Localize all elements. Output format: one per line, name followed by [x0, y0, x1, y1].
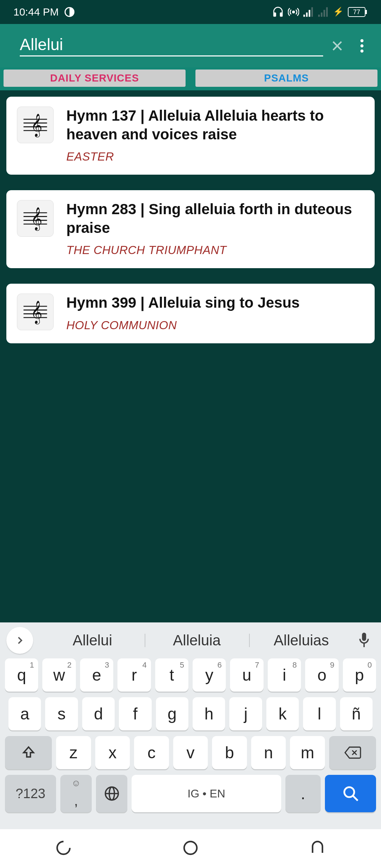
svg-rect-4 [303, 15, 305, 17]
key-r[interactable]: r4 [117, 658, 151, 692]
hotspot-icon [288, 6, 299, 18]
comma-emoji-key[interactable]: ☺ , [60, 775, 92, 812]
symbols-key[interactable]: ?123 [5, 775, 56, 812]
key-d[interactable]: d [82, 697, 115, 730]
key-ñ[interactable]: ñ [340, 697, 373, 730]
status-time: 10:44 PM [13, 6, 59, 18]
key-l[interactable]: l [303, 697, 335, 730]
key-k[interactable]: k [266, 697, 299, 730]
key-t[interactable]: t5 [155, 658, 188, 692]
svg-rect-6 [309, 10, 310, 17]
svg-rect-9 [321, 13, 323, 17]
headphones-icon [272, 6, 284, 18]
key-v[interactable]: v [173, 736, 208, 769]
key-g[interactable]: g [156, 697, 188, 730]
key-x[interactable]: x [95, 736, 130, 769]
music-score-icon: 𝄞 [17, 294, 54, 330]
svg-point-16 [361, 44, 364, 47]
key-j[interactable]: j [229, 697, 262, 730]
svg-rect-8 [318, 15, 320, 17]
svg-point-17 [361, 49, 364, 53]
result-item[interactable]: 𝄞 Hymn 137 | Alleluia Alleluia hearts to… [6, 97, 375, 175]
close-icon [330, 39, 344, 53]
key-c[interactable]: c [134, 736, 169, 769]
key-n[interactable]: n [251, 736, 286, 769]
more-options-button[interactable] [351, 32, 373, 60]
svg-text:𝄞: 𝄞 [31, 301, 42, 325]
key-s[interactable]: s [45, 697, 78, 730]
svg-point-15 [361, 39, 364, 42]
nav-back-button[interactable] [309, 839, 326, 858]
tab-daily-services[interactable]: DAILY SERVICES [4, 70, 186, 87]
suggestion-row: Allelui Alleluia Alleluias [0, 622, 381, 658]
key-u[interactable]: u7 [230, 658, 263, 692]
period-key[interactable]: . [285, 775, 321, 812]
key-p[interactable]: p0 [343, 658, 376, 692]
result-category: EASTER [66, 150, 364, 163]
spacebar-key[interactable]: IG • EN [132, 775, 281, 812]
key-a[interactable]: a [8, 697, 41, 730]
backspace-key[interactable] [329, 736, 376, 769]
svg-point-38 [344, 787, 354, 797]
svg-rect-11 [326, 7, 328, 17]
shift-key[interactable] [5, 736, 52, 769]
recent-icon [55, 839, 72, 856]
svg-line-39 [353, 796, 358, 801]
home-icon [182, 839, 199, 856]
system-nav-bar [0, 829, 381, 868]
key-q[interactable]: q1 [5, 658, 38, 692]
key-w[interactable]: w2 [42, 658, 75, 692]
key-m[interactable]: m [290, 736, 325, 769]
nav-recent-button[interactable] [55, 839, 72, 858]
result-title: Hymn 283 | Sing alleluia forth in duteou… [66, 200, 364, 237]
signal-1-icon [303, 7, 314, 17]
status-app-icon [64, 7, 75, 17]
svg-rect-2 [280, 13, 282, 16]
suggestion[interactable]: Allelui [40, 632, 145, 649]
search-results: 𝄞 Hymn 137 | Alleluia Alleluia hearts to… [0, 90, 381, 622]
svg-rect-5 [306, 13, 308, 17]
music-score-icon: 𝄞 [17, 107, 54, 143]
search-icon [342, 785, 359, 802]
nav-home-button[interactable] [182, 839, 199, 858]
battery-icon: 77 [348, 7, 367, 17]
result-item[interactable]: 𝄞 Hymn 283 | Sing alleluia forth in dute… [6, 190, 375, 268]
voice-input-button[interactable] [353, 633, 375, 648]
emoji-icon: ☺ [71, 778, 81, 789]
key-z[interactable]: z [56, 736, 91, 769]
key-e[interactable]: e3 [80, 658, 113, 692]
svg-text:77: 77 [353, 8, 360, 16]
mic-icon [358, 633, 370, 648]
key-y[interactable]: y6 [193, 658, 226, 692]
back-icon [309, 839, 326, 856]
tabs-row: DAILY SERVICES PSALMS [0, 67, 381, 90]
key-i[interactable]: i8 [268, 658, 301, 692]
key-h[interactable]: h [193, 697, 225, 730]
globe-icon [104, 786, 120, 801]
tab-psalms[interactable]: PSALMS [195, 70, 377, 87]
svg-point-40 [184, 842, 197, 854]
svg-rect-10 [323, 10, 325, 17]
svg-rect-7 [312, 7, 313, 17]
more-vertical-icon [360, 39, 364, 53]
search-input[interactable] [20, 35, 323, 56]
result-item[interactable]: 𝄞 Hymn 399 | Alleluia sing to Jesus HOLY… [6, 284, 375, 343]
status-bar: 10:44 PM ⚡ 77 [0, 0, 381, 24]
search-enter-key[interactable] [325, 775, 376, 812]
suggestion[interactable]: Alleluia [145, 632, 249, 649]
result-title: Hymn 137 | Alleluia Alleluia hearts to h… [66, 107, 364, 144]
svg-rect-33 [362, 633, 366, 641]
key-b[interactable]: b [212, 736, 247, 769]
key-f[interactable]: f [119, 697, 151, 730]
language-key[interactable] [96, 775, 127, 812]
clear-search-button[interactable] [323, 32, 351, 60]
svg-point-3 [292, 11, 294, 13]
charging-icon: ⚡ [333, 7, 344, 17]
result-category: THE CHURCH TRIUMPHANT [66, 243, 364, 257]
svg-rect-13 [365, 10, 367, 14]
soft-keyboard: Allelui Alleluia Alleluias q1w2e3r4t5y6u… [0, 622, 381, 829]
expand-suggestions-button[interactable] [6, 627, 33, 654]
suggestion[interactable]: Alleluias [249, 632, 353, 649]
backspace-icon [344, 746, 362, 759]
key-o[interactable]: o9 [305, 658, 338, 692]
